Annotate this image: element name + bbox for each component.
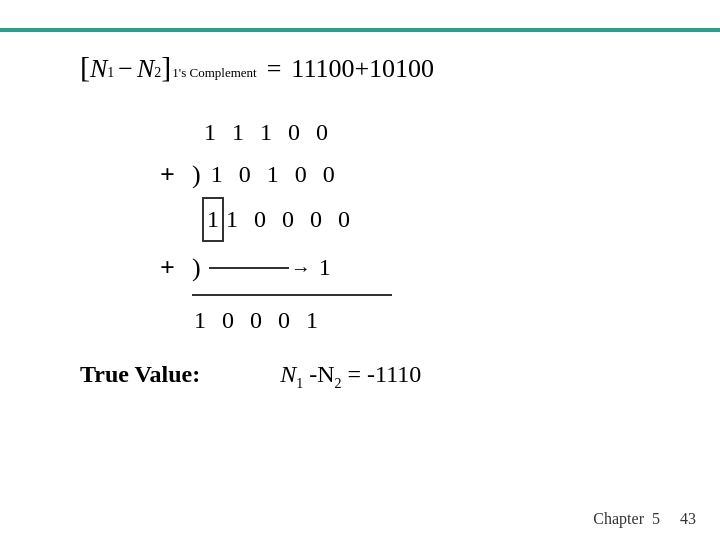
chapter-label: Chapter bbox=[593, 510, 644, 527]
title-line: [ N1 − N2 ] 1's Complement = 11100+10100 bbox=[80, 50, 680, 84]
complement-subscript: 1's Complement bbox=[172, 65, 256, 81]
d5: 0 bbox=[336, 199, 354, 240]
d1: 1 bbox=[209, 154, 227, 195]
tv-minus: -N bbox=[309, 361, 334, 387]
d3: 1 bbox=[258, 112, 276, 153]
carry-line bbox=[209, 267, 289, 269]
tv-var1: N bbox=[280, 361, 296, 387]
tv-sub2: 2 bbox=[335, 376, 342, 391]
paren-2: ) bbox=[192, 153, 201, 197]
d2: 0 bbox=[220, 300, 238, 341]
d4: 0 bbox=[286, 112, 304, 153]
true-value-expr: N1 -N2 = -1110 bbox=[280, 361, 421, 392]
footer: Chapter 5 43 bbox=[593, 510, 696, 528]
row3-digits: 1 0 0 0 0 bbox=[224, 199, 354, 240]
true-value-label: True Value: bbox=[80, 361, 200, 388]
plus-sign-2: + bbox=[160, 153, 192, 197]
d1: 1 bbox=[202, 112, 220, 153]
sub2: 2 bbox=[154, 65, 161, 81]
d5: 0 bbox=[321, 154, 339, 195]
carry-digit: 1 bbox=[319, 247, 331, 288]
d2: 1 bbox=[230, 112, 248, 153]
plus-sign-carry: + bbox=[160, 246, 192, 290]
d4: 0 bbox=[293, 154, 311, 195]
row1-digits: 1 1 1 0 0 bbox=[202, 112, 332, 153]
arrow-icon: → bbox=[291, 251, 311, 285]
top-bar bbox=[0, 28, 720, 32]
tv-equals: = -1110 bbox=[348, 361, 422, 387]
var2: N bbox=[137, 54, 154, 84]
d5: 1 bbox=[304, 300, 322, 341]
open-bracket: [ bbox=[80, 50, 90, 84]
bracket-expression: [ N1 − N2 ] bbox=[80, 50, 171, 84]
row2-digits: 1 0 1 0 0 bbox=[209, 154, 339, 195]
close-bracket: ] bbox=[161, 50, 171, 84]
row2: + ) 1 0 1 0 0 bbox=[160, 153, 680, 197]
d3: 0 bbox=[280, 199, 298, 240]
true-value-section: True Value: N1 -N2 = -1110 bbox=[80, 361, 680, 392]
d1: 1 bbox=[224, 199, 242, 240]
result-row: 1 0 0 0 1 bbox=[192, 300, 680, 341]
main-content: [ N1 − N2 ] 1's Complement = 11100+10100… bbox=[80, 50, 680, 392]
paren-carry: ) bbox=[192, 246, 201, 290]
d3: 0 bbox=[248, 300, 266, 341]
result-digits: 1 0 0 0 1 bbox=[192, 300, 322, 341]
d5: 0 bbox=[314, 112, 332, 153]
d2: 0 bbox=[252, 199, 270, 240]
value-expression: 11100+10100 bbox=[291, 54, 434, 84]
row1: 1 1 1 0 0 bbox=[202, 112, 680, 153]
d3: 1 bbox=[265, 154, 283, 195]
page-number: 43 bbox=[680, 510, 696, 527]
equals-sign: = bbox=[267, 54, 282, 84]
d4: 0 bbox=[308, 199, 326, 240]
divider bbox=[192, 294, 392, 296]
d2: 0 bbox=[237, 154, 255, 195]
d4: 0 bbox=[276, 300, 294, 341]
carry-row: + ) → 1 bbox=[160, 246, 680, 290]
row3: 1 1 0 0 0 0 bbox=[202, 197, 680, 242]
d1: 1 bbox=[192, 300, 210, 341]
var1: N bbox=[90, 54, 107, 84]
sub1: 1 bbox=[107, 65, 114, 81]
minus-sign: − bbox=[118, 54, 133, 84]
arithmetic-block: 1 1 1 0 0 + ) 1 0 1 0 0 1 1 0 bbox=[160, 112, 680, 341]
tv-sub1: 1 bbox=[296, 376, 303, 391]
boxed-digit: 1 bbox=[202, 197, 224, 242]
chapter-number: 5 bbox=[652, 510, 660, 527]
